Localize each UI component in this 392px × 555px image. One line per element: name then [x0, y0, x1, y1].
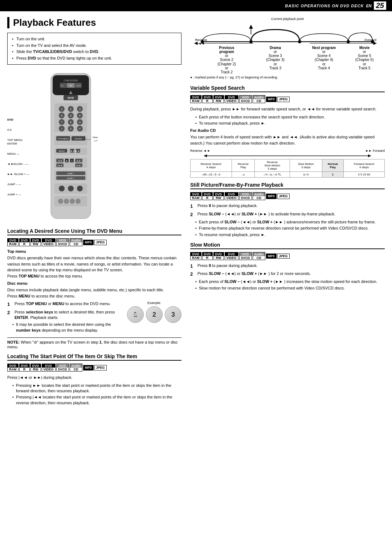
- svg-text:Scene 3: Scene 3: [269, 54, 282, 58]
- section-variable: Variable Speed Search DVDRAM DVDR DVDRW …: [190, 85, 385, 178]
- svg-text:Scene 5: Scene 5: [358, 54, 371, 58]
- section-still-title: Still Picture/Frame-By-Frame Playback: [190, 182, 385, 189]
- svg-text:Scene 2: Scene 2: [220, 58, 233, 62]
- badge-dvd-rw-sl: DVDRW: [213, 252, 224, 260]
- badge-vcd-svcd-v: VCDSVCD: [239, 95, 252, 103]
- playback-diagram: Current playback point: [190, 17, 385, 79]
- disc-menu-text: Disc menus include playback data (angle …: [7, 287, 181, 299]
- svg-text:Track 2: Track 2: [221, 70, 233, 74]
- intro-item-3: Slide the TV/CABLE/DBS/DVD switch to DVD…: [12, 49, 177, 55]
- badge-dvd-r-v: DVDR: [202, 95, 213, 103]
- intro-item-2: Turn on the TV and select the AV mode.: [12, 42, 177, 49]
- section-skip: Locating The Start Point Of The Item Or …: [7, 353, 181, 406]
- still-badges: DVDRAM DVDR DVDRW DVDVIDEO VCDSVCD Audio…: [190, 192, 385, 200]
- slow-step-2: 2 Press SLOW – (◄◄) or SLOW + (►► ) for …: [190, 271, 385, 278]
- svg-text:(Chapter 2): (Chapter 2): [217, 62, 236, 66]
- remote-label-slow-plus: ►► /SLOW + —: [7, 173, 29, 176]
- svg-point-71: [68, 186, 74, 191]
- badge-dvd-r: DVDR: [19, 238, 30, 246]
- intro-item-1: Turn on the unit.: [12, 36, 177, 42]
- svg-point-77: [75, 199, 81, 204]
- note-label: NOTE:: [7, 340, 20, 344]
- svg-text:or: or: [274, 62, 277, 66]
- svg-text:6: 6: [79, 114, 81, 117]
- svg-point-70: [59, 186, 65, 191]
- svg-point-75: [64, 199, 69, 204]
- svg-text:3: 3: [79, 108, 81, 110]
- badge-dvd-rw-s: DVDRW: [213, 192, 224, 200]
- disc-2: 2: [146, 306, 163, 323]
- steps-with-example: 1 Press TOP MENU or MENU to access the D…: [7, 301, 181, 335]
- normal-play-cell: NormalPlay: [322, 159, 343, 172]
- badge-jpeg-2: JPEG: [94, 365, 107, 370]
- page-title: Playback Features: [7, 17, 181, 28]
- svg-text:JUMP +: JUMP +: [67, 177, 75, 179]
- svg-text:ENTER: ENTER: [75, 138, 82, 140]
- svg-text:Movie: Movie: [359, 46, 370, 50]
- disc-examples: 1 2 3: [127, 306, 181, 323]
- skip-badges: DVDRAM DVDR DVDRW DVDVIDEO VCDSVCD Audio…: [7, 364, 181, 372]
- variable-bullets: Each press of the button increases the s…: [195, 114, 385, 126]
- note-text: When "⊘" appears on the TV screen in ste…: [7, 340, 178, 349]
- header-lang: EN: [366, 4, 371, 8]
- badge-mp3-s: MP3: [266, 194, 277, 199]
- svg-text:7: 7: [61, 121, 62, 123]
- svg-text:4: 4: [61, 114, 62, 117]
- speed-table: Reverse Search4 steps ReversePlay Revers…: [190, 159, 385, 178]
- steps-area: 1 Press TOP MENU or MENU to access the D…: [7, 301, 123, 335]
- svg-text:Drama: Drama: [270, 46, 281, 50]
- remote-illustration: DVD 0-9 TOP MENU ENTER MENU — ◄◄/SLOW – …: [7, 70, 181, 222]
- badge-dvd-rw-v: DVDRW: [213, 95, 224, 103]
- speed-chart-container: Reverse ◄◄ ►► Forward Reverse Searc: [190, 149, 385, 178]
- still-bullets: Each press of SLOW – (◄◄) or SLOW + (►► …: [195, 219, 385, 238]
- badge-jpeg-s: JPEG: [277, 194, 290, 199]
- badge-dvd-r-s: DVDR: [202, 192, 213, 200]
- slow-badges: DVDRAM DVDR DVDRW DVDVIDEO VCDSVCD Audio…: [190, 252, 385, 260]
- svg-text:or: or: [225, 54, 229, 58]
- section-still: Still Picture/Frame-By-Frame Playback DV…: [190, 182, 385, 238]
- svg-text:JUMP –: JUMP –: [67, 173, 75, 175]
- skip-bullets: Pressing ►► locates the start point or m…: [12, 383, 181, 406]
- svg-marker-116: [373, 42, 377, 45]
- right-column: Current playback point: [190, 17, 385, 410]
- diagram-svg: Previous program or Scene 2 (Chapter 2) …: [190, 21, 385, 74]
- diagram-note: ● : marked points if any (☞ pg. 27) or b…: [190, 76, 385, 79]
- svg-text:►►: ►►: [77, 160, 81, 162]
- badge-dvd-ram-2: DVDRAM: [7, 364, 19, 372]
- remote-label-topmenu: TOP MENU: [7, 138, 23, 142]
- example-label: Example:: [127, 301, 181, 305]
- svg-marker-119: [204, 154, 207, 157]
- still-step-1: 1 Press II to pause during playback.: [190, 203, 385, 210]
- badge-dvd-r-2: DVDR: [19, 364, 30, 372]
- svg-text:TOP MENU: TOP MENU: [57, 138, 69, 140]
- note-box: NOTE: When "⊘" appears on the TV screen …: [7, 337, 181, 349]
- variable-badges: DVDRAM DVDR DVDRW DVDVIDEO VCDSVCD Audio…: [190, 95, 385, 103]
- badge-mp3: MP3: [83, 240, 94, 245]
- slow-step-1: 1 Press II to pause during playback.: [190, 263, 385, 270]
- svg-point-76: [70, 199, 75, 204]
- svg-text:III: III: [70, 85, 72, 87]
- badge-audio-cd: AudioCD: [70, 238, 83, 246]
- svg-point-82: [249, 40, 253, 43]
- chart-direction-labels: Reverse ◄◄ ►► Forward: [190, 149, 385, 153]
- svg-text:DVD: DVD: [68, 96, 74, 100]
- svg-text:2: 2: [70, 108, 72, 110]
- svg-point-84: [347, 40, 350, 43]
- svg-text:or: or: [322, 62, 326, 66]
- badge-mp3-sl: MP3: [266, 254, 277, 259]
- remote-label-jump-minus: JUMP – —: [7, 183, 21, 186]
- svg-text:Forward: Forward: [364, 38, 376, 42]
- section-slow-title: Slow Motion: [190, 242, 385, 249]
- svg-point-72: [77, 186, 83, 191]
- svg-text:Selection Keys: Selection Keys: [93, 136, 98, 138]
- badge-dvd-video-sl: DVDVIDEO: [225, 252, 238, 260]
- badge-dvd-ram: DVDRAM: [7, 238, 19, 246]
- section-locating-title: Locating A Desired Scene Using The DVD M…: [7, 228, 181, 235]
- left-column: Playback Features Turn on the unit. Turn…: [7, 17, 181, 410]
- svg-text:Scene 4: Scene 4: [317, 54, 331, 58]
- variable-text: During playback, press ►► for forward va…: [190, 106, 385, 112]
- svg-text:0: 0: [70, 127, 72, 130]
- remote-side-labels: DVD 0-9 TOP MENU ENTER MENU — ◄◄/SLOW – …: [7, 70, 40, 222]
- badge-dvd-video-2: DVDVIDEO: [42, 364, 56, 372]
- badge-vcd-svcd-2: VCDSVCD: [56, 364, 69, 372]
